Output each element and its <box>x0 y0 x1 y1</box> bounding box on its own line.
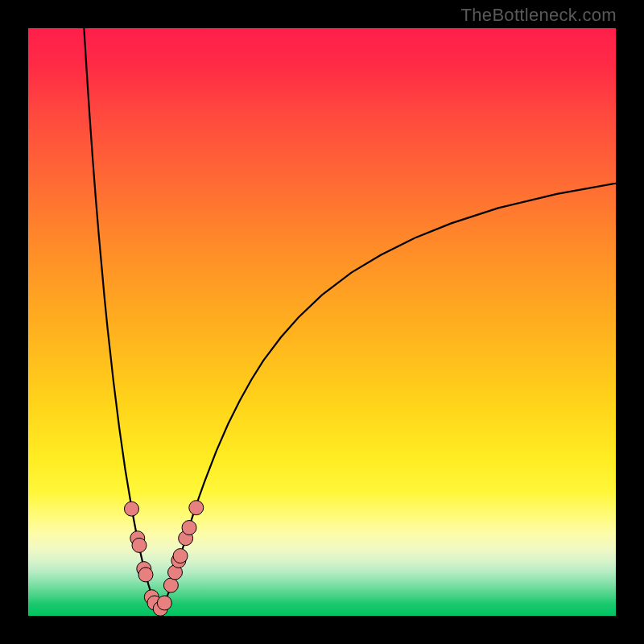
data-marker <box>132 538 147 552</box>
chart-svg <box>28 28 616 616</box>
data-marker <box>189 501 204 515</box>
chart-frame: TheBottleneck.com <box>0 0 644 644</box>
data-marker <box>138 568 153 582</box>
data-marker <box>163 578 178 592</box>
watermark-text: TheBottleneck.com <box>461 5 617 26</box>
data-marker <box>124 502 138 516</box>
data-marker <box>173 549 188 564</box>
data-marker <box>182 521 196 535</box>
bottleneck-curve <box>84 28 616 610</box>
plot-area <box>28 28 616 616</box>
data-marker <box>157 596 171 610</box>
